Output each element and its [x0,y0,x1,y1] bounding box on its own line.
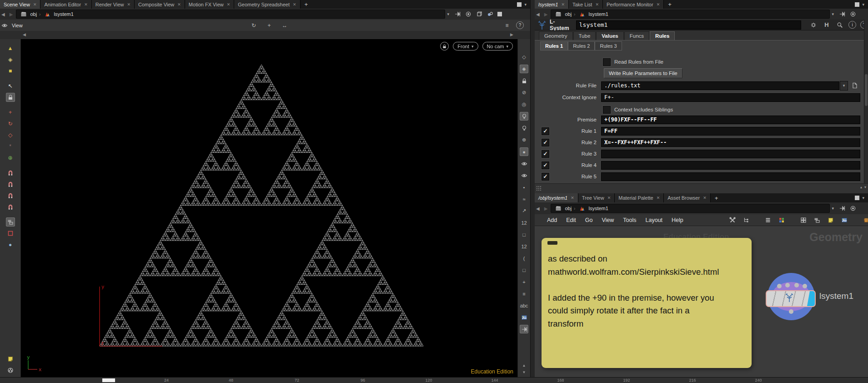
node-input-dot[interactable] [803,284,807,288]
rule-file-dropdown-icon[interactable]: ▾ [840,81,848,91]
houdini-help-icon[interactable]: H [822,20,831,30]
node-body[interactable] [766,290,816,307]
playbar-timeline[interactable]: 24487296120144168192216240 [0,377,868,383]
material-palette-icon[interactable] [777,216,786,225]
pane-maximize-icon[interactable] [855,196,859,200]
view-menu-icon[interactable] [0,21,9,30]
axis-marker-icon[interactable]: + [520,277,528,286]
scroll-up-icon[interactable]: ▴ [860,185,862,189]
pin-pane-icon[interactable] [838,205,846,212]
breadcrumb-lsystem1[interactable]: lsystem1 [577,204,608,213]
select-tool-icon[interactable]: ↖ [6,81,15,91]
node-name-field[interactable] [576,20,801,30]
lsystem-node[interactable]: lsystem1 [744,269,868,338]
rule-file-field[interactable] [601,81,839,90]
rule4-field[interactable] [601,161,860,170]
forward-icon[interactable]: ▶ [543,206,549,211]
write-rule-parameters-button[interactable]: Write Rule Parameters to File [604,68,682,78]
scene-path-field[interactable]: obj › lsystem1 [16,10,445,19]
forward-icon[interactable]: ▶ [8,12,15,17]
forward-icon[interactable]: ▶ [543,12,549,17]
breadcrumb-obj[interactable]: obj [19,10,37,19]
display-settings-icon[interactable]: ≡ [502,21,512,30]
back-icon[interactable]: ◀ [0,12,6,17]
asset-gallery-icon[interactable] [862,216,868,225]
menu-help[interactable]: Help [667,217,687,223]
sticky-note-icon[interactable] [826,216,835,225]
viewport-layout-icon[interactable]: ■ [6,66,15,76]
view-lock-icon[interactable] [440,42,449,50]
tab-asset-browser[interactable]: Asset Browser✕ [664,193,710,202]
tab-tube[interactable]: Tube [573,31,596,40]
close-icon[interactable]: ✕ [84,2,88,7]
add-camera-icon[interactable]: ⊕ [520,136,528,144]
new-tab-button[interactable]: + [711,193,722,202]
back-icon[interactable]: ◀ [535,206,541,211]
point-normals-icon[interactable]: ↗ [520,207,528,215]
add-light-icon[interactable] [520,124,528,132]
viewport[interactable]: Front▾ No cam▾ Education Edition [21,39,517,377]
snap-multi-magnet-icon[interactable] [6,202,15,212]
pane-menu-icon[interactable]: ▾ [524,2,527,7]
close-icon[interactable]: ✕ [127,2,130,7]
breadcrumb-lsystem1[interactable]: lsystem1 [577,10,608,19]
info-icon[interactable]: i [848,21,856,29]
tab-geometry[interactable]: Geometry [539,31,573,40]
move-tool-icon[interactable]: + [6,108,15,117]
tab-rules[interactable]: Rules [650,31,675,40]
gear-icon[interactable] [809,20,818,30]
tab-motion-fx-view[interactable]: Motion FX View✕ [185,0,234,9]
tab-rules-2[interactable]: Rules 2 [568,41,595,50]
prim-numbers-icon[interactable]: 12 [520,242,528,251]
shading-mode-icon[interactable]: ◈ [520,65,528,73]
layout-grid-icon[interactable] [799,216,808,225]
network-path-field[interactable]: obj › lsystem1 [551,204,830,213]
context-siblings-checkbox[interactable] [603,106,611,114]
help-icon[interactable]: ? [516,21,524,29]
tab-material-palette[interactable]: Material Palette✕ [615,193,664,202]
scroll-down-icon[interactable]: ▼ [522,370,526,374]
point-numbers-icon[interactable]: 12 [520,218,528,227]
flipbook-notes-icon[interactable] [6,354,15,363]
tree-view-icon[interactable] [742,216,751,225]
tab-tree-view[interactable]: Tree View✕ [578,193,615,202]
view-pan-icon[interactable]: + [265,21,274,30]
tab-performance-monitor[interactable]: Performance Monitor✕ [603,0,664,9]
tab-composite-view[interactable]: Composite View✕ [135,0,185,9]
object-spheres-icon[interactable] [487,10,494,18]
pane-menu-icon[interactable]: ▾ [862,196,864,200]
headlight-off-icon[interactable]: ⊘ [520,88,528,97]
pane-menu-icon[interactable]: ▾ [862,2,864,7]
view-tools-icon[interactable] [6,217,15,227]
rule2-field[interactable] [601,138,860,147]
film-reel-icon[interactable] [6,366,15,375]
node-input-dot[interactable] [794,283,799,287]
pane-maximize-icon[interactable] [517,2,522,7]
tab-animation-editor[interactable]: Animation Editor✕ [40,0,91,9]
node-input-dot[interactable] [777,284,782,288]
close-icon[interactable]: ✕ [657,2,660,7]
lighting-icon[interactable] [520,112,528,121]
render-region-icon[interactable] [6,229,15,238]
search-icon[interactable] [835,20,844,30]
tab-take-list[interactable]: Take List✕ [569,0,603,9]
rotate-tool-icon[interactable]: ↻ [6,119,15,128]
menu-tools[interactable]: Tools [619,217,640,223]
camera-pill[interactable]: No cam▾ [482,42,513,50]
background-image-icon[interactable] [520,313,528,322]
premise-field[interactable] [601,116,860,124]
scroll-up-icon[interactable]: ▲ [522,363,526,368]
snap-curve-magnet-icon[interactable] [6,180,15,189]
read-rules-checkbox[interactable] [603,58,611,66]
breadcrumb-lsystem1[interactable]: lsystem1 [43,10,73,19]
link-target-icon[interactable] [465,10,472,18]
new-tab-button[interactable]: + [301,0,312,9]
point-trail-icon[interactable]: ≈ [520,195,528,203]
group-select-icon[interactable]: □ [520,266,528,274]
new-tab-button[interactable]: + [664,0,676,9]
close-icon[interactable]: ✕ [177,2,181,7]
show-display-flag-icon[interactable] [520,159,528,168]
back-icon[interactable]: ◀ [535,12,541,17]
display-options-icon[interactable]: ◈ [6,55,15,64]
node-input-dot[interactable] [785,283,790,287]
